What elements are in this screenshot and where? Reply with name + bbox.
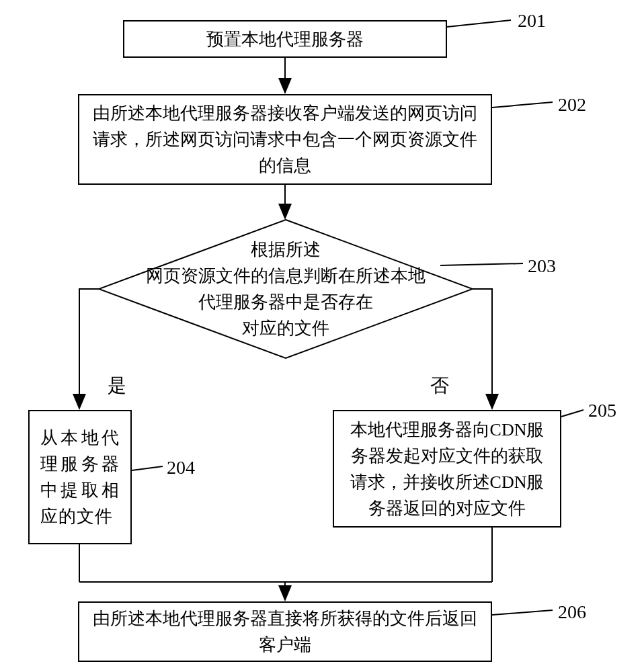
- svg-line-4: [447, 20, 511, 27]
- step-205-text: 本地代理服务器向CDN服务器发起对应文件的获取请求，并接收所述CDN服务器返回的…: [345, 417, 549, 521]
- step-202-text: 由所述本地代理服务器接收客户端发送的网页访问请求，所述网页访问请求中包含一个网页…: [90, 100, 480, 179]
- svg-line-8: [561, 410, 583, 417]
- step-205-label: 205: [588, 400, 616, 421]
- step-204-label: 204: [167, 457, 195, 478]
- step-201-box: 预置本地代理服务器: [123, 20, 447, 58]
- step-206-box: 由所述本地代理服务器直接将所获得的文件后返回客户端: [78, 601, 492, 662]
- svg-line-7: [132, 466, 163, 470]
- step-205-box: 本地代理服务器向CDN服务器发起对应文件的获取请求，并接收所述CDN服务器返回的…: [333, 410, 561, 528]
- step-204-text: 从本地代理服务器中提取相应的文件: [40, 425, 120, 530]
- step-206-label: 206: [558, 601, 586, 623]
- svg-line-13: [492, 610, 553, 615]
- step-201-text: 预置本地代理服务器: [206, 26, 364, 52]
- step-204-box: 从本地代理服务器中提取相应的文件: [28, 410, 132, 544]
- step-203-text: 根据所述 网页资源文件的信息判断在所述本地 代理服务器中是否存在 对应的文件: [97, 237, 474, 341]
- step-202-label: 202: [558, 94, 586, 116]
- step-203-label: 203: [528, 255, 556, 277]
- branch-no-label: 否: [430, 373, 449, 398]
- branch-yes-label: 是: [108, 373, 126, 398]
- step-206-text: 由所述本地代理服务器直接将所获得的文件后返回客户端: [90, 605, 480, 658]
- step-203-decision: 根据所述 网页资源文件的信息判断在所述本地 代理服务器中是否存在 对应的文件: [97, 218, 474, 360]
- step-202-box: 由所述本地代理服务器接收客户端发送的网页访问请求，所述网页访问请求中包含一个网页…: [78, 94, 492, 185]
- step-201-label: 201: [518, 10, 546, 32]
- svg-line-5: [492, 102, 553, 108]
